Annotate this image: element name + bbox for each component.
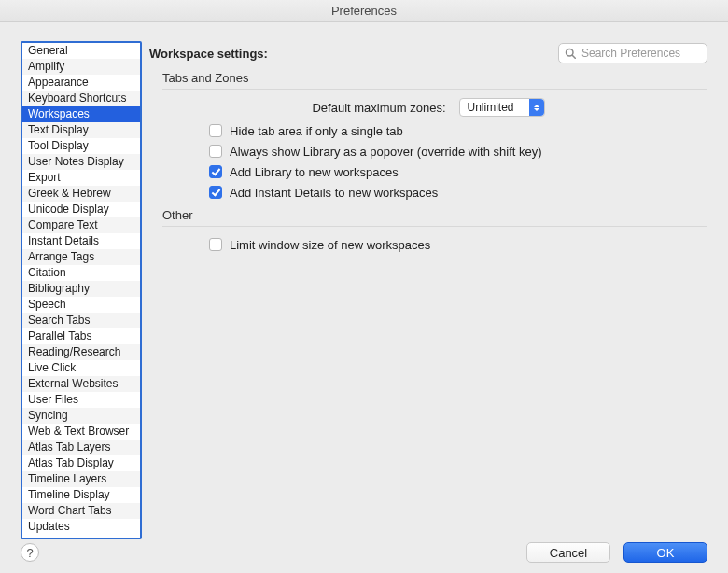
tabs-zones-row: Always show Library as a popover (overri… [149, 141, 707, 161]
svg-line-1 [572, 55, 575, 58]
default-max-zones-value: Unlimited [468, 101, 514, 114]
divider [162, 89, 707, 90]
section-other-label: Other [149, 208, 707, 222]
sidebar-item-keyboard-shortcuts[interactable]: Keyboard Shortcuts [22, 91, 140, 106]
tabs-zones-checkbox-0[interactable] [209, 124, 222, 137]
divider [162, 226, 707, 227]
section-tabs-zones-label: Tabs and Zones [149, 71, 707, 85]
sidebar-item-reading-research[interactable]: Reading/Research [22, 344, 140, 360]
chevron-up-down-icon [529, 99, 544, 116]
ok-button[interactable]: OK [623, 542, 707, 563]
sidebar-item-timeline-display[interactable]: Timeline Display [22, 487, 140, 503]
tabs-zones-label-2: Add Library to new workspaces [230, 165, 399, 179]
other-label-0: Limit window size of new workspaces [230, 238, 430, 252]
sidebar-item-compare-text[interactable]: Compare Text [22, 217, 140, 233]
tabs-zones-label-3: Add Instant Details to new workspaces [230, 186, 438, 200]
sidebar-item-web-text-browser[interactable]: Web & Text Browser [22, 424, 140, 440]
tabs-zones-row: Add Library to new workspaces [149, 161, 707, 182]
default-max-zones-select[interactable]: Unlimited [459, 98, 545, 117]
sidebar-item-workspaces[interactable]: Workspaces [22, 106, 140, 122]
default-max-zones-label: Default maximum zones: [312, 101, 451, 115]
sidebar-item-tool-display[interactable]: Tool Display [22, 138, 140, 154]
window-title: Preferences [0, 0, 728, 22]
sidebar-item-parallel-tabs[interactable]: Parallel Tabs [22, 328, 140, 344]
question-icon: ? [26, 546, 33, 560]
sidebar-item-atlas-tab-layers[interactable]: Atlas Tab Layers [22, 440, 140, 455]
sidebar-item-export[interactable]: Export [22, 170, 140, 186]
search-field-wrap[interactable] [558, 43, 707, 63]
sidebar-item-atlas-tab-display[interactable]: Atlas Tab Display [22, 455, 140, 471]
search-input[interactable] [580, 46, 701, 61]
tabs-zones-checkbox-3[interactable] [209, 186, 222, 199]
sidebar-item-instant-details[interactable]: Instant Details [22, 233, 140, 249]
cancel-button[interactable]: Cancel [526, 542, 610, 563]
sidebar-item-unicode-display[interactable]: Unicode Display [22, 202, 140, 217]
sidebar-item-arrange-tags[interactable]: Arrange Tags [22, 249, 140, 265]
sidebar-item-appearance[interactable]: Appearance [22, 75, 140, 91]
sidebar-item-external-websites[interactable]: External Websites [22, 376, 140, 392]
sidebar-item-text-display[interactable]: Text Display [22, 122, 140, 138]
sidebar-item-general[interactable]: General [22, 43, 140, 59]
tabs-zones-label-0: Hide tab area if only a single tab [230, 124, 403, 138]
sidebar-item-bibliography[interactable]: Bibliography [22, 281, 140, 297]
search-icon [565, 48, 576, 59]
sidebar-item-speech[interactable]: Speech [22, 297, 140, 313]
tabs-zones-checkbox-2[interactable] [209, 165, 222, 178]
preferences-sidebar: GeneralAmplifyAppearanceKeyboard Shortcu… [21, 41, 142, 539]
sidebar-item-search-tabs[interactable]: Search Tabs [22, 313, 140, 328]
page-title: Workspace settings: [149, 47, 268, 61]
sidebar-item-user-files[interactable]: User Files [22, 392, 140, 408]
sidebar-item-syncing[interactable]: Syncing [22, 408, 140, 424]
sidebar-item-greek-hebrew[interactable]: Greek & Hebrew [22, 186, 140, 202]
tabs-zones-row: Add Instant Details to new workspaces [149, 182, 707, 203]
other-checkbox-0[interactable] [209, 238, 222, 251]
help-button[interactable]: ? [21, 543, 39, 562]
sidebar-item-timeline-layers[interactable]: Timeline Layers [22, 471, 140, 487]
tabs-zones-label-1: Always show Library as a popover (overri… [230, 145, 542, 159]
sidebar-item-word-chart-tabs[interactable]: Word Chart Tabs [22, 503, 140, 519]
sidebar-item-live-click[interactable]: Live Click [22, 360, 140, 376]
sidebar-item-user-notes-display[interactable]: User Notes Display [22, 154, 140, 170]
sidebar-item-amplify[interactable]: Amplify [22, 59, 140, 75]
sidebar-item-citation[interactable]: Citation [22, 265, 140, 281]
other-row: Limit window size of new workspaces [149, 234, 707, 255]
tabs-zones-row: Hide tab area if only a single tab [149, 120, 707, 141]
tabs-zones-checkbox-1[interactable] [209, 145, 222, 158]
